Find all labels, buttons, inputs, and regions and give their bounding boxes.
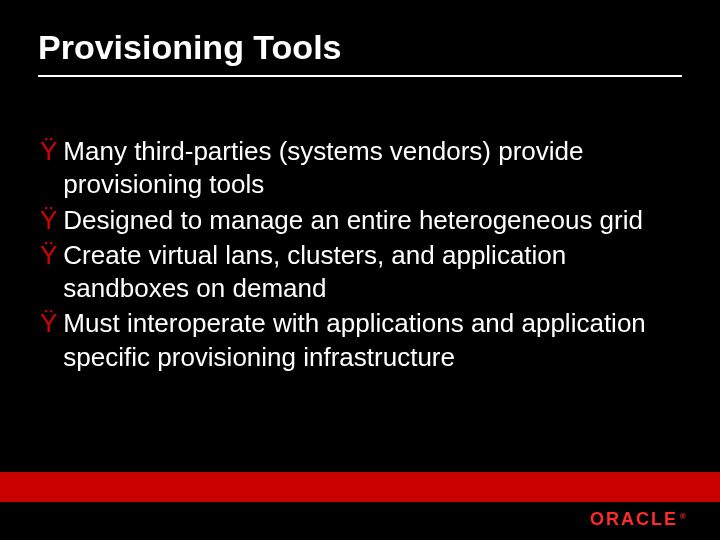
list-item: Ÿ Create virtual lans, clusters, and app… <box>40 239 682 306</box>
bullet-text: Create virtual lans, clusters, and appli… <box>63 239 682 306</box>
footer-accent-bar <box>0 472 720 502</box>
brand-logo: ORACLE ® <box>590 509 686 530</box>
brand-text: ORACLE <box>590 509 678 530</box>
registered-mark-icon: ® <box>680 512 686 521</box>
bullet-text: Many third-parties (systems vendors) pro… <box>63 135 682 202</box>
bullet-marker-icon: Ÿ <box>40 307 57 340</box>
bullet-text: Designed to manage an entire heterogeneo… <box>63 204 682 237</box>
slide-title: Provisioning Tools <box>38 28 682 67</box>
bullet-list: Ÿ Many third-parties (systems vendors) p… <box>38 135 682 374</box>
list-item: Ÿ Designed to manage an entire heterogen… <box>40 204 682 237</box>
bullet-marker-icon: Ÿ <box>40 239 57 272</box>
bullet-text: Must interoperate with applications and … <box>63 307 682 374</box>
list-item: Ÿ Must interoperate with applications an… <box>40 307 682 374</box>
title-rule <box>38 75 682 77</box>
bullet-marker-icon: Ÿ <box>40 135 57 168</box>
slide: Provisioning Tools Ÿ Many third-parties … <box>0 0 720 540</box>
bullet-marker-icon: Ÿ <box>40 204 57 237</box>
list-item: Ÿ Many third-parties (systems vendors) p… <box>40 135 682 202</box>
